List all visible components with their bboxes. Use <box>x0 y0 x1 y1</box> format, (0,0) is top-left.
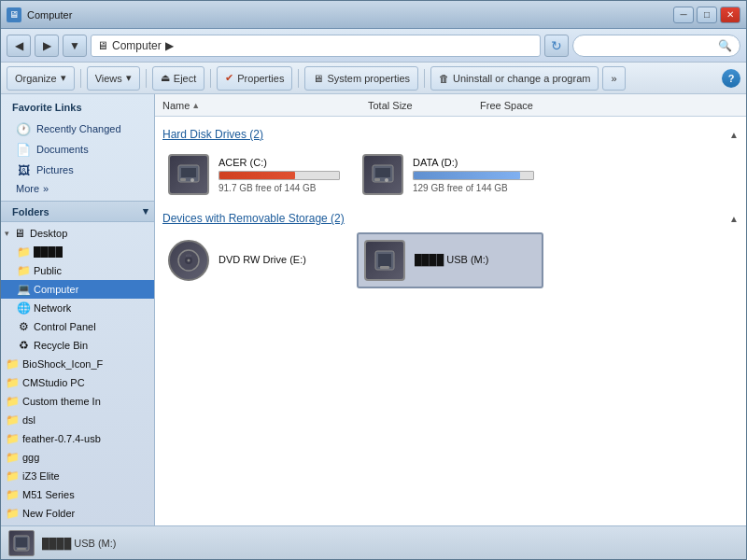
status-label: ████ USB (M:) <box>42 538 116 549</box>
folder-tree[interactable]: ▾ 🖥 Desktop 📁 ████ 📁 Public 💻 Comp <box>1 222 154 525</box>
uninstall-button[interactable]: 🗑 Uninstall or change a program <box>430 66 599 91</box>
col-header-free-space[interactable]: Free Space <box>480 100 592 111</box>
svg-rect-1 <box>181 168 196 177</box>
toolbar-separator-5 <box>424 69 425 88</box>
address-bar: ◀ ▶ ▼ 🖥 Computer ▶ ↻ 🔍 <box>1 29 746 63</box>
usb-info: ████ USB (M:) <box>415 254 538 268</box>
tree-item-network[interactable]: 🌐 Network <box>1 299 154 317</box>
tree-item-label: dsl <box>22 414 35 426</box>
col-header-total-size[interactable]: Total Size <box>368 100 480 111</box>
recycle-bin-icon: ♻ <box>16 338 31 353</box>
hard-drives-collapse-icon[interactable]: ▲ <box>729 130 739 140</box>
window-title: Computer <box>27 9 72 21</box>
toolbar-more-button[interactable]: » <box>602 66 625 91</box>
computer-icon: 💻 <box>16 282 31 297</box>
drive-bar-bg-data <box>413 171 534 180</box>
eject-icon: ⏏ <box>161 72 170 84</box>
tree-item-dsl[interactable]: 📁 dsl <box>1 411 154 429</box>
folders-header[interactable]: Folders ▾ <box>1 201 154 222</box>
fav-item-recently-changed[interactable]: 🕐 Recently Changed <box>12 119 148 139</box>
breadcrumb[interactable]: 🖥 Computer ▶ <box>91 35 541 57</box>
tree-item-label: Recycle Bin <box>34 340 88 351</box>
title-bar-left: 🖥 Computer <box>7 7 72 22</box>
fav-item-documents[interactable]: 📄 Documents <box>12 139 148 160</box>
folder-icon: 📁 <box>5 431 20 446</box>
tree-item-label: BioShock_Icon_F <box>22 358 103 370</box>
svg-rect-16 <box>16 538 27 547</box>
removable-collapse-icon[interactable]: ▲ <box>729 214 739 224</box>
toolbar-separator-3 <box>210 69 211 88</box>
forward-button[interactable]: ▶ <box>35 35 59 57</box>
drive-bar-fill-data <box>414 172 520 179</box>
svg-rect-3 <box>180 178 186 181</box>
views-button[interactable]: Views ▾ <box>87 66 140 91</box>
properties-label: Properties <box>237 73 284 84</box>
favorite-links: Favorite Links 🕐 Recently Changed 📄 Docu… <box>1 94 154 201</box>
tree-item-recycle-bin[interactable]: ♻ Recycle Bin <box>1 336 154 355</box>
tree-item-iz3[interactable]: 📁 iZ3 Elite <box>1 467 154 485</box>
svg-rect-13 <box>378 254 391 267</box>
hard-drives-section-header: Hard Disk Drives (2) ▲ <box>162 128 739 141</box>
removable-title[interactable]: Devices with Removable Storage (2) <box>162 212 345 225</box>
drive-icon-wrap-data <box>360 152 405 197</box>
usb-icon-wrap <box>362 238 407 283</box>
drive-item-data[interactable]: DATA (D:) 129 GB free of 144 GB <box>357 148 543 201</box>
system-properties-button[interactable]: 🖥 System properties <box>304 66 418 91</box>
eject-button[interactable]: ⏏ Eject <box>152 66 204 91</box>
drive-icon-data <box>362 154 403 195</box>
tree-item-label: New Folder <box>22 508 75 519</box>
drive-bar-bg-acer <box>218 171 340 180</box>
tree-item-ggg[interactable]: 📁 ggg <box>1 448 154 467</box>
title-bar: 🖥 Computer ─ □ ✕ <box>1 1 746 29</box>
fav-item-pictures[interactable]: 🖼 Pictures <box>12 160 148 180</box>
dropdown-button[interactable]: ▼ <box>63 35 87 57</box>
drive-item-acer[interactable]: ACER (C:) 91.7 GB free of 144 GB <box>162 148 349 201</box>
drive-free-data: 129 GB free of 144 GB <box>413 183 540 193</box>
tree-item-label: Desktop <box>30 228 67 239</box>
maximize-button[interactable]: □ <box>697 7 717 23</box>
fav-item-label: Documents <box>36 144 89 155</box>
public-icon: 📁 <box>16 263 31 278</box>
hard-drives-title[interactable]: Hard Disk Drives (2) <box>162 128 263 141</box>
tree-item-user[interactable]: 📁 ████ <box>1 243 154 261</box>
folder-icon: 📁 <box>5 506 20 521</box>
tree-item-label: feather-0.7.4-usb <box>22 433 101 444</box>
drive-name-data: DATA (D:) <box>413 157 540 168</box>
folder-icon: 📁 <box>5 375 20 390</box>
desktop-expand-arrow: ▾ <box>5 229 9 238</box>
tree-item-feather[interactable]: 📁 feather-0.7.4-usb <box>1 429 154 448</box>
content-area[interactable]: Hard Disk Drives (2) ▲ <box>155 117 746 525</box>
properties-button[interactable]: ✔ Properties <box>217 66 292 91</box>
tree-item-label: Computer <box>34 284 78 295</box>
tree-item-control-panel[interactable]: ⚙ Control Panel <box>1 317 154 336</box>
recently-changed-icon: 🕐 <box>16 121 31 136</box>
tree-item-cmstudio[interactable]: 📁 CMStudio PC <box>1 373 154 392</box>
network-icon: 🌐 <box>16 301 31 315</box>
tree-item-computer[interactable]: 💻 Computer <box>1 280 154 299</box>
col-header-name[interactable]: Name ▲ <box>162 100 368 111</box>
pictures-icon: 🖼 <box>16 162 31 177</box>
tree-item-desktop[interactable]: ▾ 🖥 Desktop <box>1 224 154 243</box>
fav-more-button[interactable]: More » <box>12 180 148 197</box>
tree-item-label: CMStudio PC <box>22 377 85 388</box>
desktop-icon: 🖥 <box>12 226 27 241</box>
organize-button[interactable]: Organize ▾ <box>7 66 75 91</box>
col-free-space-label: Free Space <box>480 100 533 111</box>
minimize-button[interactable]: ─ <box>673 7 694 23</box>
tree-item-m51[interactable]: 📁 M51 Series <box>1 485 154 504</box>
removable-item-usb[interactable]: ████ USB (M:) <box>357 232 543 288</box>
removable-item-dvd[interactable]: DVD RW Drive (E:) <box>162 232 349 288</box>
tree-item-label: M51 Series <box>22 489 75 500</box>
tree-item-custom-theme[interactable]: 📁 Custom theme In <box>1 392 154 411</box>
tree-item-bioshock[interactable]: 📁 BioShock_Icon_F <box>1 355 154 373</box>
tree-item-public[interactable]: 📁 Public <box>1 261 154 280</box>
search-box[interactable]: 🔍 <box>572 35 740 57</box>
help-button[interactable]: ? <box>722 69 740 88</box>
left-panel: Favorite Links 🕐 Recently Changed 📄 Docu… <box>1 94 155 525</box>
refresh-button[interactable]: ↻ <box>544 35 569 57</box>
back-button[interactable]: ◀ <box>7 35 31 57</box>
tree-item-new-folder[interactable]: 📁 New Folder <box>1 504 154 523</box>
search-input[interactable] <box>581 40 714 51</box>
drive-info-data: DATA (D:) 129 GB free of 144 GB <box>413 157 540 193</box>
close-button[interactable]: ✕ <box>720 7 740 23</box>
